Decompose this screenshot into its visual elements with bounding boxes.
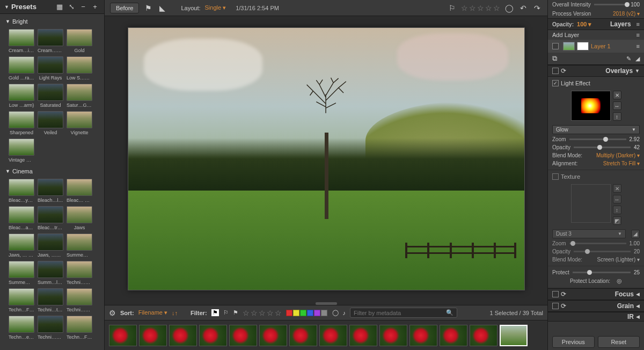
layer-mask[interactable] <box>577 42 589 50</box>
filter-flag-reject-icon[interactable]: ⚑ <box>233 309 238 316</box>
filter-color-swatch[interactable] <box>286 310 292 316</box>
layer-thumb[interactable] <box>563 42 575 50</box>
preset-item[interactable]: Satur…Glow) <box>67 84 92 108</box>
texture-edit-icon[interactable]: ◢ <box>631 230 640 238</box>
search-icon[interactable]: 🔍 <box>446 309 453 316</box>
preset-item[interactable]: Techni…nette <box>67 288 92 312</box>
add-layer-menu-icon[interactable]: ≡ <box>636 32 640 38</box>
le-blend-mode-value[interactable]: Multiply (Darker) ▾ <box>596 152 640 158</box>
sort-direction-icon[interactable]: ↓↑ <box>172 310 178 316</box>
filter-flag-on-icon[interactable]: ⚑ <box>211 309 219 316</box>
filter-color-swatch[interactable] <box>293 310 299 316</box>
rating-stars[interactable]: ☆ ☆ ☆ ☆ ☆ <box>461 4 500 12</box>
filmstrip-thumb[interactable] <box>409 325 437 346</box>
chevron-down-icon[interactable]: ▼ <box>635 68 640 74</box>
layer-visible-checkbox[interactable] <box>552 43 559 49</box>
layer-menu-icon[interactable]: ≡ <box>636 43 640 49</box>
preset-item[interactable]: Jaws, … Shift <box>9 234 34 258</box>
filmstrip-thumb[interactable] <box>440 325 467 346</box>
presets-scroll[interactable]: ▼BrightCream…ightsCream…ette)GoldGold …r… <box>0 14 104 350</box>
light-effect-preview[interactable] <box>571 91 611 121</box>
eraser-icon[interactable]: ◢ <box>635 55 640 62</box>
undo-icon[interactable]: ↶ <box>518 3 528 13</box>
star-icon[interactable]: ☆ <box>469 4 476 12</box>
brush-icon[interactable]: ✎ <box>626 55 631 62</box>
filter-circle-icon[interactable]: ◯ <box>332 309 339 316</box>
texture-flip-v-icon[interactable]: ↕ <box>613 206 621 214</box>
filmstrip-thumb[interactable] <box>259 325 287 346</box>
preset-item[interactable]: Techni…Strip) <box>67 261 92 285</box>
metadata-search[interactable]: 🔍 <box>350 308 457 318</box>
focus-enable-checkbox[interactable] <box>552 291 559 297</box>
reset-button[interactable]: Reset <box>598 336 640 348</box>
chevron-left-icon[interactable]: ◀ <box>636 314 640 319</box>
minus-icon[interactable]: − <box>78 2 88 12</box>
filmstrip-thumb[interactable] <box>319 325 347 346</box>
tx-zoom-slider[interactable] <box>569 243 626 244</box>
le-zoom-slider[interactable] <box>569 138 626 140</box>
triangle-icon[interactable]: ◣ <box>157 3 167 13</box>
grain-enable-checkbox[interactable] <box>552 303 559 309</box>
preset-item[interactable]: Techni…grain) <box>38 316 63 340</box>
tx-blend-mode-value[interactable]: Screen (Lighter) ▾ <box>597 257 640 262</box>
filmstrip-thumb[interactable] <box>139 325 167 346</box>
preset-group-title[interactable]: ▼Bright <box>4 16 104 27</box>
metadata-search-input[interactable] <box>354 310 446 316</box>
preset-item[interactable]: Sharpened <box>9 111 34 135</box>
texture-flip-h-icon[interactable]: ↔ <box>613 195 621 203</box>
preset-item[interactable]: Cream…ights <box>9 29 34 53</box>
chevron-left-icon[interactable]: ◀ <box>636 291 640 297</box>
star-icon[interactable]: ☆ <box>493 4 500 12</box>
layer-name[interactable]: Layer 1 <box>591 43 611 49</box>
filter-flag-off-icon[interactable]: ⚐ <box>223 309 229 316</box>
filmstrip-thumb[interactable] <box>199 325 227 346</box>
preset-item[interactable]: Vintage Color <box>9 138 34 163</box>
divider-handle[interactable] <box>316 302 337 305</box>
layer-row[interactable]: Layer 1 ≡ <box>548 40 644 53</box>
preset-item[interactable]: Bleac…ation <box>9 206 34 230</box>
filter-color-swatch[interactable] <box>321 310 327 316</box>
focus-refresh-icon[interactable]: ⟳ <box>561 290 566 298</box>
preset-item[interactable]: Techn…Faded <box>67 316 92 340</box>
previous-button[interactable]: Previous <box>552 336 595 348</box>
flag-icon[interactable]: ⚐ <box>447 3 457 13</box>
chevron-left-icon[interactable]: ◀ <box>636 303 640 309</box>
grain-refresh-icon[interactable]: ⟳ <box>561 302 566 310</box>
flag-toggle-icon[interactable]: ⚑ <box>143 3 153 13</box>
star-icon[interactable]: ☆ <box>477 4 484 12</box>
preset-item[interactable]: Bleac… Cast <box>67 179 92 203</box>
preset-item[interactable]: Bleach…lights <box>38 179 63 203</box>
preset-item[interactable]: Techn…ess 4 <box>9 316 34 340</box>
texture-preview[interactable] <box>571 184 611 223</box>
le-opacity-slider[interactable] <box>574 147 631 148</box>
crop-icon[interactable]: ⧉ <box>552 54 557 63</box>
filmstrip-thumb[interactable] <box>500 325 528 346</box>
grid-view-icon[interactable]: ▦ <box>55 2 64 12</box>
flip-horizontal-icon[interactable]: ↔ <box>613 101 621 110</box>
texture-shuffle-icon[interactable]: ✕ <box>613 184 621 193</box>
filmstrip-thumb[interactable] <box>229 325 257 346</box>
preset-item[interactable]: Veiled <box>38 111 63 135</box>
preset-group-title[interactable]: ▼Cinema <box>4 166 104 177</box>
overlays-enable-checkbox[interactable] <box>552 68 559 74</box>
protect-slider[interactable] <box>573 272 631 273</box>
preset-item[interactable]: Summe…tion) <box>67 234 92 258</box>
preset-item[interactable]: Saturated <box>38 84 63 108</box>
add-layer-row[interactable]: Add Layer ≡ <box>548 30 644 40</box>
filmstrip[interactable] <box>105 320 547 350</box>
filmstrip-thumb[interactable] <box>169 325 197 346</box>
main-image-preview[interactable] <box>128 27 525 290</box>
collapse-all-icon[interactable]: ⤡ <box>67 2 76 12</box>
flip-vertical-icon[interactable]: ↕ <box>613 112 621 121</box>
filter-color-swatch[interactable] <box>314 310 320 316</box>
protect-location-icon[interactable]: ◎ <box>617 278 622 285</box>
alignment-value[interactable]: Stretch To Fill ▾ <box>603 161 640 166</box>
preset-item[interactable]: Bleac…trast <box>38 206 63 230</box>
preset-item[interactable]: Jaws, …e Skin <box>38 234 63 258</box>
ir-header[interactable]: IR ◀ <box>548 312 644 322</box>
overlays-refresh-icon[interactable]: ⟳ <box>561 67 566 75</box>
focus-header[interactable]: ⟳ Focus ◀ <box>548 288 644 300</box>
shuffle-icon[interactable]: ✕ <box>613 91 621 99</box>
circle-icon[interactable]: ◯ <box>504 3 514 13</box>
presets-collapse-icon[interactable]: ▼ <box>4 4 9 10</box>
